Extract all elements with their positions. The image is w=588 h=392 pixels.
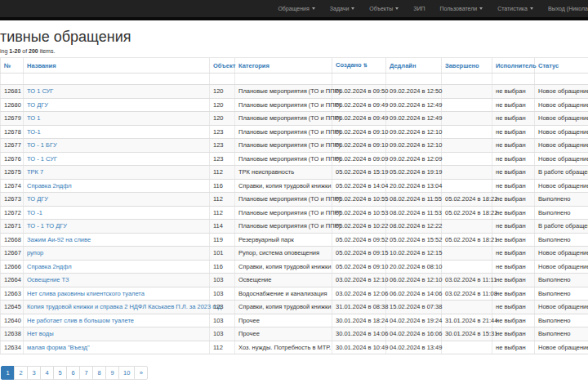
pagination-page-2[interactable]: 2 <box>14 366 28 380</box>
filter-cell-status <box>535 74 588 85</box>
nav-item-users[interactable]: Пользователи <box>432 0 490 17</box>
cell-created: 31.01.2024 в 08:38 <box>332 301 386 314</box>
pagination-page-9[interactable]: 9 <box>105 366 119 380</box>
pagination-page-4[interactable]: 4 <box>40 366 54 380</box>
cell-deadline: 09.02.2024 в 12:10 <box>386 139 442 153</box>
pagination-page-6[interactable]: 6 <box>66 366 80 380</box>
cell-executor: не выбран <box>492 125 535 139</box>
cell-status: Выполнено <box>535 314 588 327</box>
pagination-page-5[interactable]: 5 <box>53 366 67 380</box>
sort-icon: ⇅ <box>363 63 368 68</box>
request-link[interactable]: Копия трудовой книжки и справка 2 НДФЛ К… <box>27 303 221 310</box>
request-link[interactable]: Справка 2ндфл <box>27 263 72 270</box>
cell-id: 12667 <box>1 247 24 261</box>
col-name-link[interactable]: Названия <box>27 62 56 69</box>
cell-id: 12664 <box>1 274 24 287</box>
table-row: 12664Освещение ТЗ103Освещение03.02.2024 … <box>1 274 588 287</box>
col-executor-link[interactable]: Исполнитель <box>496 62 537 69</box>
col-created: Создано⇅ <box>332 58 386 74</box>
table-row: 12638Нет воды103Прочее30.01.2024 в 14:06… <box>1 327 588 341</box>
cell-object: 120 <box>210 85 235 99</box>
cell-completed <box>442 152 492 166</box>
col-id-link[interactable]: № <box>4 62 11 69</box>
cell-name: малая форма "Въезд" <box>24 341 210 354</box>
request-link[interactable]: Нет слива раковины клиентского туалета <box>27 290 145 297</box>
cell-category: Плановые мероприятия (ТО и ППР) <box>235 152 332 166</box>
request-link[interactable]: ТО -1 <box>27 209 42 216</box>
request-link[interactable]: ТО 1 СУГ <box>27 87 53 95</box>
cell-name: Копия трудовой книжки и справка 2 НДФЛ К… <box>24 301 210 314</box>
pagination-page-7[interactable]: 7 <box>79 366 93 380</box>
cell-object: 119 <box>210 233 235 247</box>
cell-completed <box>442 341 492 354</box>
cell-object: 103 <box>210 327 235 341</box>
cell-name: Не работает слив в большом туалете <box>24 314 210 327</box>
request-link[interactable]: малая форма "Въезд" <box>27 344 90 351</box>
request-link[interactable]: Освещение ТЗ <box>27 276 69 283</box>
request-link[interactable]: Справка 2ндфл <box>27 182 72 189</box>
pagination-page-1[interactable]: 1 <box>1 366 15 380</box>
cell-name: Освещение ТЗ <box>24 274 210 287</box>
cell-name: ТО -1 <box>24 206 210 220</box>
request-link[interactable]: ТО ДГУ <box>27 101 48 109</box>
cell-deadline: 10.02.2024 в 12:15 <box>386 247 442 261</box>
cell-executor: не выбран <box>492 301 535 314</box>
col-object-link[interactable]: Объект <box>213 62 235 69</box>
chevron-down-icon <box>479 7 483 10</box>
cell-object: 123 <box>210 125 235 139</box>
request-link[interactable]: Зажим Аи-92 на сливе <box>27 236 91 243</box>
nav-item-requests[interactable]: Обращения <box>270 0 322 17</box>
request-link[interactable]: ТО ДГУ <box>27 195 48 203</box>
table-row: 12676ТО - 1 СУГ123Плановые мероприятия (… <box>1 152 588 166</box>
cell-completed: 31.01.2024 в 21:44 <box>442 314 492 327</box>
cell-name: ТО ДГУ <box>24 98 210 112</box>
filter-cell-completed <box>442 74 492 85</box>
request-link[interactable]: рупор <box>27 249 43 256</box>
col-deadline-link[interactable]: Дедлайн <box>390 62 416 69</box>
pagination-page-8[interactable]: 8 <box>92 366 106 380</box>
cell-created: 03.02.2024 в 12:10 <box>332 274 386 287</box>
request-link[interactable]: ТО - 1 БГУ <box>27 141 57 149</box>
navbar-menu: ОбращенияЗадачиОбъектыЗИППользователиСта… <box>270 0 588 17</box>
cell-status: Выполнено <box>535 327 588 341</box>
request-link[interactable]: ТО-1 <box>27 128 41 136</box>
nav-item-zip[interactable]: ЗИП <box>406 0 432 17</box>
cell-name: ТО ДГУ <box>24 193 210 207</box>
request-link[interactable]: Не работает слив в большом туалете <box>27 317 134 324</box>
cell-id: 12640 <box>1 314 24 327</box>
cell-deadline: 08.02.2024 в 11:53 <box>386 206 442 220</box>
pagination-page-10[interactable]: 10 <box>118 366 135 380</box>
pagination-page-3[interactable]: 3 <box>27 366 41 380</box>
request-link[interactable]: ТРК 7 <box>27 168 43 176</box>
cell-category: Плановые мероприятия (ТО и ППР) <box>235 98 332 112</box>
request-link[interactable]: ТО 1 <box>27 114 40 122</box>
nav-item-statistics[interactable]: Статистика <box>490 0 541 17</box>
cell-created: 06.02.2024 в 09:49 <box>332 98 386 112</box>
filter-cell-created <box>332 74 386 85</box>
request-link[interactable]: Нет воды <box>27 330 54 337</box>
nav-item-objects[interactable]: Объекты <box>362 0 406 17</box>
col-category-link[interactable]: Категория <box>238 62 270 69</box>
cell-status: Новое обращение <box>535 179 588 193</box>
col-completed-link[interactable]: Завершено <box>445 62 479 69</box>
pagination-next[interactable]: » <box>134 366 148 380</box>
cell-created: 30.01.2024 в 10:49 <box>332 341 386 354</box>
col-created-link[interactable]: Создано⇅ <box>336 61 368 69</box>
cell-deadline: 06.02.2024 в 12:10 <box>386 274 442 287</box>
cell-deadline: 20.02.2024 в 13:04 <box>386 179 442 193</box>
col-executor: Исполнитель <box>492 58 535 74</box>
table-row: 12634малая форма "Въезд"112Хоз. нужды. П… <box>1 341 588 354</box>
cell-name: Нет воды <box>24 327 210 341</box>
cell-category: Плановые мероприятия (ТО и ППР) <box>235 139 332 153</box>
cell-created: 06.02.2024 в 09:50 <box>332 85 386 99</box>
col-status-link[interactable]: Статус <box>538 62 559 69</box>
cell-deadline: 15.02.2024 в 07:38 <box>386 301 442 314</box>
nav-item-logout[interactable]: Выход (Никола <box>541 0 588 17</box>
nav-item-tasks[interactable]: Задачи <box>323 0 363 17</box>
table-row: 12679ТО 1120Плановые мероприятия (ТО и П… <box>1 112 588 126</box>
cell-completed <box>442 247 492 261</box>
col-name: Названия <box>24 58 210 74</box>
cell-category: Плановые мероприятия (ТО и ППР) <box>235 206 332 220</box>
request-link[interactable]: ТО - 1 СУГ <box>27 155 57 163</box>
request-link[interactable]: ТО - 1 ТО ДГУ <box>27 222 67 229</box>
